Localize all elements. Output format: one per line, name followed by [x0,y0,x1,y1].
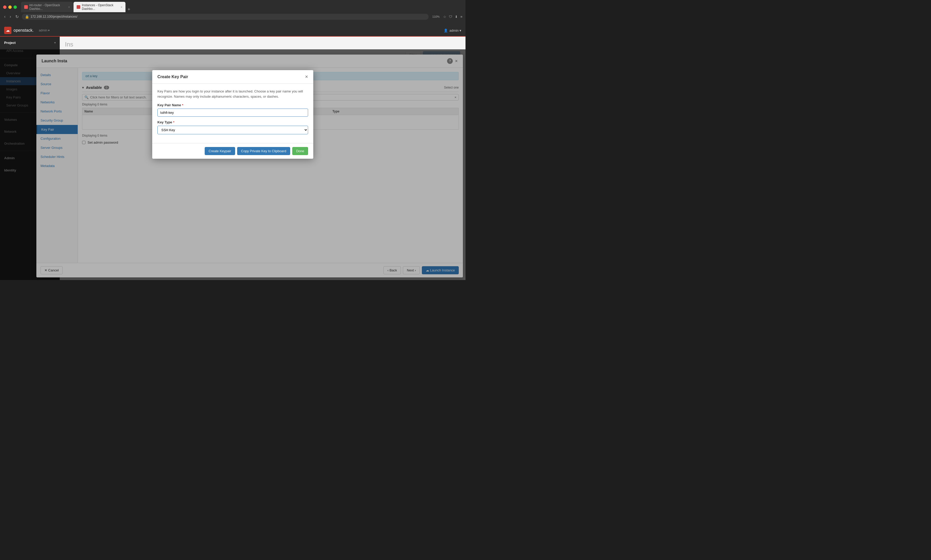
menu-icon[interactable]: ≡ [460,15,462,19]
ckp-body: Key Pairs are how you login to your inst… [152,84,313,143]
create-keypair-dialog: Create Key Pair × Key Pairs are how you … [152,70,313,159]
download-icon[interactable]: ⬇ [455,15,458,19]
key-pair-name-label: Key Pair Name * [157,103,308,107]
toolbar-actions: ☆ 🛡 ⬇ ≡ [443,15,462,19]
os-logo-text: openstack. [14,28,34,33]
ckp-title: Create Key Pair [157,75,188,79]
key-type-label: Key Type * [157,120,308,124]
browser-tabs: int-router - OpenStack Dashbo... × Insta… [21,2,462,12]
os-logo-icon: ☁ [4,27,11,34]
ckp-footer: Create Keypair Copy Private Key to Clipb… [152,143,313,159]
create-keypair-overlay: Create Key Pair × Key Pairs are how you … [0,49,466,280]
copy-private-key-button[interactable]: Copy Private Key to Clipboard [237,147,290,155]
tab-1-label: int-router - OpenStack Dashbo... [29,3,66,11]
page-title: Ins [65,41,460,48]
tab-2-label: Instances - OpenStack Dashbo... [82,3,118,11]
key-type-field: Key Type * SSH Key x509 [157,120,308,134]
ckp-header: Create Key Pair × [152,70,313,84]
browser-toolbar: ‹ › ↻ 🔒 172.168.12.100/project/instances… [0,11,466,22]
main-area: ☁ openstack. admin ▾ 👤 admin ▾ Project ▾ [0,25,466,280]
project-chevron: ▾ [54,41,55,44]
os-logo: ☁ openstack. [4,27,34,34]
key-pair-name-field: Key Pair Name * [157,103,308,117]
key-pair-name-input[interactable] [157,109,308,117]
ckp-close-button[interactable]: × [305,74,308,80]
create-keypair-button[interactable]: Create Keypair [205,147,235,155]
tab-1-favicon [24,5,28,9]
user-icon: 👤 [444,29,448,32]
zoom-level: 110% [431,15,441,18]
address-bar[interactable]: 🔒 172.168.12.100/project/instances/ [22,14,429,20]
shield-icon: 🛡 [449,15,452,19]
project-label: Project [4,41,15,45]
minimize-traffic-light[interactable] [8,5,12,9]
tab-1-close[interactable]: × [68,5,70,9]
required-star-type: * [173,121,174,124]
browser-chrome: int-router - OpenStack Dashbo... × Insta… [0,0,466,25]
os-header: ☁ openstack. admin ▾ 👤 admin ▾ [0,25,466,37]
browser-tab-1[interactable]: int-router - OpenStack Dashbo... × [21,2,73,12]
required-star-name: * [182,104,183,107]
tab-2-favicon [77,5,80,9]
refresh-button[interactable]: ↻ [14,14,20,20]
key-type-select[interactable]: SSH Key x509 [157,126,308,134]
ckp-description: Key Pairs are how you login to your inst… [157,89,308,99]
user-menu[interactable]: 👤 admin ▾ [444,29,461,32]
browser-tab-2[interactable]: Instances - OpenStack Dashbo... × [74,2,125,12]
back-button[interactable]: ‹ [3,14,6,20]
forward-button[interactable]: › [9,14,12,20]
tab-2-close[interactable]: × [121,5,122,9]
close-traffic-light[interactable] [3,5,6,9]
done-button[interactable]: Done [292,147,308,155]
project-header[interactable]: Project ▾ [0,39,60,47]
address-text: 172.168.12.100/project/instances/ [31,15,77,18]
user-label: admin ▾ [449,29,461,32]
admin-dropdown[interactable]: admin ▾ [39,29,49,32]
maximize-traffic-light[interactable] [14,5,17,9]
browser-titlebar: int-router - OpenStack Dashbo... × Insta… [0,0,466,11]
traffic-lights [3,5,17,9]
bookmark-icon[interactable]: ☆ [443,15,446,19]
